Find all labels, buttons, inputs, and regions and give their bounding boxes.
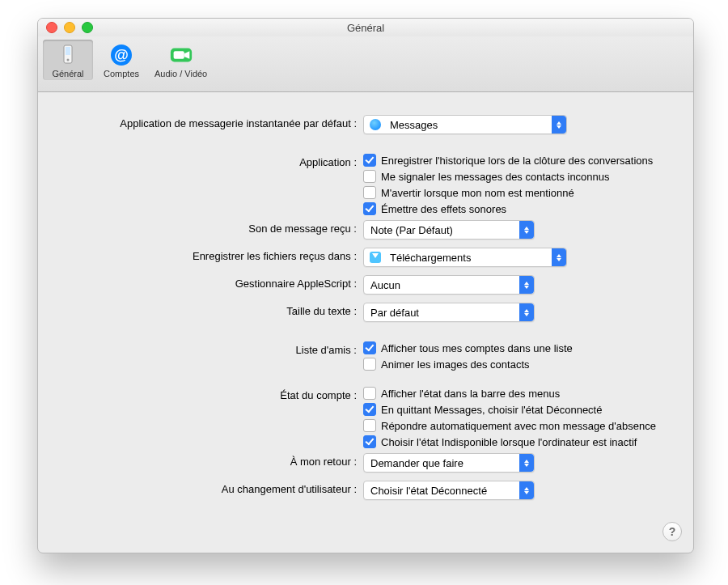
- preferences-toolbar: Général @ Comptes Audio / Vidéo: [38, 36, 693, 92]
- applescript-popup[interactable]: Aucun: [363, 275, 535, 295]
- away-autoreply-checkbox-label: Répondre automatiquement avec mon messag…: [381, 420, 656, 432]
- chevron-updown-icon: [519, 276, 534, 294]
- default-im-app-value: Messages: [383, 119, 552, 131]
- all-accounts-checkbox[interactable]: [363, 341, 376, 354]
- animate-images-checkbox-row: Animer les images des contacts: [363, 358, 674, 371]
- preferences-window: Général Général @ Comptes Audio / Vidéo: [37, 18, 694, 553]
- save-files-value: Téléchargements: [383, 252, 552, 264]
- chevron-updown-icon: [552, 248, 566, 266]
- received-sound-value: Note (Par Défaut): [364, 224, 519, 236]
- messages-app-icon: [369, 118, 382, 131]
- save-history-checkbox-label: Enregistrer l'historique lors de la clôt…: [381, 155, 653, 167]
- chevron-updown-icon: [552, 116, 566, 134]
- user-switch-value: Choisir l'état Déconnecté: [364, 485, 519, 497]
- general-icon: [56, 43, 80, 67]
- away-autoreply-checkbox-row: Répondre automatiquement avec mon messag…: [363, 419, 674, 432]
- titlebar: Général: [38, 19, 693, 36]
- menubar-status-checkbox-label: Afficher l'état dans la barre des menus: [381, 388, 560, 400]
- window-title: Général: [38, 22, 693, 34]
- help-button[interactable]: ?: [662, 522, 682, 541]
- applescript-label: Gestionnaire AppleScript :: [57, 275, 363, 290]
- user-switch-popup[interactable]: Choisir l'état Déconnecté: [363, 481, 535, 500]
- video-camera-icon: [169, 43, 193, 67]
- user-switch-label: Au changement d'utilisateur :: [57, 481, 363, 495]
- notify-unknown-checkbox-label: Me signaler les messages des contacts in…: [381, 171, 610, 183]
- applescript-value: Aucun: [364, 279, 519, 291]
- buddy-list-label: Liste d'amis :: [57, 341, 363, 356]
- name-mention-checkbox-row: M'avertir lorsque mon nom est mentionné: [363, 186, 674, 199]
- text-size-popup[interactable]: Par défaut: [363, 303, 535, 322]
- menubar-status-checkbox[interactable]: [363, 387, 376, 400]
- save-files-label: Enregistrer les fichiers reçus dans :: [57, 248, 363, 262]
- text-size-value: Par défaut: [364, 307, 519, 319]
- chevron-updown-icon: [519, 221, 534, 239]
- idle-away-checkbox-row: Choisir l'état Indisponible lorsque l'or…: [363, 435, 674, 448]
- name-mention-checkbox[interactable]: [363, 186, 376, 199]
- received-sound-label: Son de message reçu :: [57, 220, 363, 235]
- account-status-label: État du compte :: [57, 387, 363, 401]
- help-icon: ?: [669, 525, 676, 538]
- all-accounts-checkbox-label: Afficher tous mes comptes dans une liste: [381, 342, 573, 354]
- sound-effects-checkbox-row: Émettre des effets sonores: [363, 202, 674, 215]
- on-return-label: À mon retour :: [57, 453, 363, 468]
- on-return-popup[interactable]: Demander que faire: [363, 453, 535, 473]
- tab-accounts[interactable]: @ Comptes: [96, 40, 146, 80]
- svg-text:@: @: [114, 47, 129, 63]
- general-pane: Application de messagerie instantanée pa…: [38, 92, 693, 528]
- notify-unknown-checkbox-row: Me signaler les messages des contacts in…: [363, 170, 674, 183]
- offline-on-quit-checkbox[interactable]: [363, 403, 376, 416]
- menubar-status-checkbox-row: Afficher l'état dans la barre des menus: [363, 387, 674, 400]
- tab-general[interactable]: Général: [43, 40, 93, 80]
- downloads-folder-icon: [369, 251, 382, 264]
- idle-away-checkbox-label: Choisir l'état Indisponible lorsque l'or…: [381, 436, 637, 448]
- on-return-value: Demander que faire: [364, 457, 519, 469]
- default-im-app-popup[interactable]: Messages: [363, 115, 567, 134]
- svg-rect-1: [66, 47, 70, 55]
- save-history-checkbox[interactable]: [363, 154, 376, 167]
- at-sign-icon: @: [109, 43, 133, 67]
- away-autoreply-checkbox[interactable]: [363, 419, 376, 432]
- save-files-popup[interactable]: Téléchargements: [363, 248, 567, 267]
- svg-rect-6: [173, 51, 184, 58]
- sound-effects-checkbox[interactable]: [363, 202, 376, 215]
- idle-away-checkbox[interactable]: [363, 435, 376, 448]
- notify-unknown-checkbox[interactable]: [363, 170, 376, 183]
- tab-audio-video-label: Audio / Vidéo: [154, 69, 207, 78]
- default-im-app-label: Application de messagerie instantanée pa…: [57, 115, 363, 129]
- offline-on-quit-checkbox-row: En quittant Messages, choisir l'état Déc…: [363, 403, 674, 416]
- sound-effects-checkbox-label: Émettre des effets sonores: [381, 203, 506, 215]
- animate-images-checkbox-label: Animer les images des contacts: [381, 358, 530, 371]
- chevron-updown-icon: [519, 303, 534, 321]
- svg-point-2: [67, 59, 70, 61]
- tab-general-label: Général: [52, 69, 83, 78]
- animate-images-checkbox[interactable]: [363, 358, 376, 371]
- tab-audio-video[interactable]: Audio / Vidéo: [150, 40, 212, 80]
- chevron-updown-icon: [519, 454, 534, 472]
- all-accounts-checkbox-row: Afficher tous mes comptes dans une liste: [363, 341, 674, 354]
- text-size-label: Taille du texte :: [57, 303, 363, 317]
- name-mention-checkbox-label: M'avertir lorsque mon nom est mentionné: [381, 187, 574, 199]
- application-label: Application :: [57, 154, 363, 168]
- chevron-updown-icon: [519, 481, 534, 499]
- save-history-checkbox-row: Enregistrer l'historique lors de la clôt…: [363, 154, 674, 167]
- offline-on-quit-checkbox-label: En quittant Messages, choisir l'état Déc…: [381, 404, 602, 416]
- received-sound-popup[interactable]: Note (Par Défaut): [363, 220, 535, 240]
- tab-accounts-label: Comptes: [104, 69, 139, 78]
